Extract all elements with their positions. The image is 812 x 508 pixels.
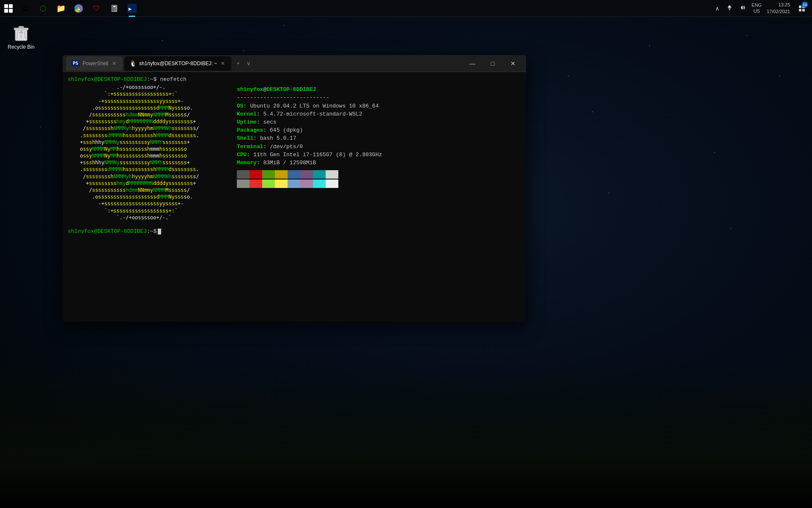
color-swatch-cyan <box>313 170 326 179</box>
color-swatch-bright-cyan <box>313 179 326 188</box>
color-swatch-dark-gray <box>237 170 250 179</box>
svg-text:▶: ▶ <box>129 6 132 12</box>
color-swatch-yellow <box>275 170 288 179</box>
sep-memory: : <box>257 160 263 166</box>
taskbar-app-chrome[interactable] <box>70 0 87 17</box>
network-icon[interactable] <box>724 3 735 13</box>
start-button[interactable] <box>0 0 17 17</box>
color-swatch-magenta <box>300 170 313 179</box>
color-swatch-light-gray <box>326 170 338 179</box>
sep-os: : <box>244 103 250 109</box>
key-shell: Shell <box>237 135 253 141</box>
sep-cpu: : <box>247 152 253 158</box>
info-divider: ---------------------------- <box>237 94 521 102</box>
val-uptime: secs <box>263 119 276 125</box>
terminal-titlebar: PS PowerShell ✕ 🐧 sh1nyfox@DESKTOP-8DDIB… <box>63 55 526 72</box>
taskbar-app-xbox[interactable]: ⬡ <box>35 0 52 17</box>
color-swatch-bright-dark <box>237 179 250 188</box>
sep-terminal: : <box>263 144 270 150</box>
color-swatches-row2 <box>237 179 521 188</box>
minimize-button[interactable]: — <box>463 57 482 70</box>
neofetch-output: .-/+oossssoo+/-. `:+ssssssssssssssssss+:… <box>68 84 521 221</box>
language-code: ENG <box>752 3 762 8</box>
svg-rect-5 <box>799 6 801 8</box>
color-swatch-green <box>262 170 275 179</box>
notification-center[interactable]: 14 <box>795 0 809 17</box>
info-cpu: CPU: 11th Gen Intel i7-1165G7 (8) @ 2.80… <box>237 151 521 159</box>
val-cpu: 11th Gen Intel i7-1165G7 (8) @ 2.803GHz <box>253 152 382 158</box>
info-username: sh1nyfox <box>237 86 263 93</box>
wsl-tab-close[interactable]: ✕ <box>219 60 226 67</box>
neofetch-logo: .-/+oossssoo+/-. `:+ssssssssssssssssss+:… <box>68 84 228 221</box>
val-packages: 645 (dpkg) <box>270 127 303 133</box>
time-display: 13:25 <box>778 2 790 8</box>
volume-icon[interactable] <box>738 3 748 13</box>
language-indicator[interactable]: ENG US <box>752 3 762 14</box>
neofetch-info: sh1nyfox@DESKTOP-8DDIBEJ ---------------… <box>237 84 521 221</box>
taskbar-app-terminal[interactable]: ▶ <box>123 0 140 17</box>
recycle-bin-label: Recycle Bin <box>8 44 34 50</box>
powershell-tab-label: PowerShell <box>82 61 108 66</box>
color-swatch-bright-yellow <box>275 179 288 188</box>
key-memory: Memory <box>237 160 257 166</box>
windows-logo-icon <box>4 4 13 13</box>
tab-powershell[interactable]: PS PowerShell ✕ <box>66 56 123 71</box>
chevron-icon[interactable]: ∧ <box>713 4 721 13</box>
info-shell: Shell: bash 5.0.17 <box>237 135 521 142</box>
cursor <box>158 229 161 235</box>
clock[interactable]: 13:25 17/02/2021 <box>765 2 792 15</box>
ascii-art: .-/+oossssoo+/-. `:+ssssssssssssssssss+:… <box>68 84 228 221</box>
close-button[interactable]: ✕ <box>503 57 523 70</box>
sep-uptime: : <box>257 119 263 125</box>
titlebar-controls: — □ ✕ <box>463 57 523 70</box>
new-tab-button[interactable]: + <box>235 58 241 68</box>
info-memory: Memory: 83MiB / 12598MiB <box>237 159 521 167</box>
chrome-icon <box>74 4 83 13</box>
taskbar-app-onenote[interactable]: 📓 <box>106 0 123 17</box>
color-swatch-bright-white <box>326 179 338 188</box>
maximize-button[interactable]: □ <box>483 57 502 70</box>
val-memory: 83MiB / 12598MiB <box>263 160 316 166</box>
svg-rect-8 <box>802 9 805 11</box>
info-terminal: Terminal: /dev/pts/0 <box>237 143 521 151</box>
second-prompt-line: sh1nyfox@DESKTOP-8DDIBEJ:~$ <box>68 228 521 235</box>
terminal-body[interactable]: sh1nyfox@DESKTOP-8DDIBEJ:~$ neofetch .-/… <box>63 72 526 322</box>
color-swatch-bright-red <box>250 179 262 188</box>
tab-dropdown-button[interactable]: ∨ <box>245 58 252 68</box>
powershell-tab-close[interactable]: ✕ <box>111 60 118 67</box>
sep-kernel: : <box>257 111 263 117</box>
info-hostname: DESKTOP-8DDIBEJ <box>266 86 316 93</box>
key-cpu: CPU <box>237 152 247 158</box>
recycle-bin-icon[interactable]: Recycle Bin <box>4 20 38 52</box>
info-userhost: sh1nyfox@DESKTOP-8DDIBEJ <box>237 86 521 94</box>
key-terminal: Terminal <box>237 144 263 150</box>
val-terminal: /dev/pts/0 <box>270 144 303 150</box>
taskbar: 🗂 ⬡ 📁 🛡 📓 <box>0 0 812 17</box>
wsl-tab-icon: 🐧 <box>129 60 137 67</box>
second-prompt-sym: :~$ <box>147 228 156 235</box>
color-swatches <box>237 170 521 179</box>
info-os: OS: Ubuntu 20.04.2 LTS on Windows 10 x86… <box>237 102 521 110</box>
sep-packages: : <box>263 127 270 133</box>
svg-rect-7 <box>799 9 801 11</box>
val-os: Ubuntu 20.04.2 LTS on Windows 10 x86_64 <box>250 103 379 109</box>
taskbar-app-files[interactable]: 📁 <box>52 0 69 17</box>
key-kernel: Kernel <box>237 111 257 117</box>
prompt-sym: :~$ <box>147 76 156 83</box>
divider-line: ---------------------------- <box>237 94 329 101</box>
powershell-tab-icon: PS <box>71 60 80 66</box>
taskbar-app-fileexplorer[interactable]: 🗂 <box>17 0 34 17</box>
command-text: neofetch <box>160 76 186 83</box>
files-icon: 📁 <box>56 4 66 13</box>
prompt-user: sh1nyfox@DESKTOP-8DDIBEJ <box>68 76 147 83</box>
tab-wsl[interactable]: 🐧 sh1nyfox@DESKTOP-8DDIBEJ: ~ ✕ <box>124 56 231 71</box>
initial-command-line: sh1nyfox@DESKTOP-8DDIBEJ:~$ neofetch <box>68 76 521 83</box>
mcafee-icon: 🛡 <box>92 4 101 13</box>
taskbar-app-mcafee[interactable]: 🛡 <box>88 0 105 17</box>
taskbar-right: ∧ ENG US 13:25 17 <box>713 0 812 17</box>
val-kernel: 5.4.72-microsoft-standard-WSL2 <box>263 111 362 117</box>
svg-point-4 <box>729 9 730 10</box>
svg-rect-14 <box>19 26 24 28</box>
xbox-icon: ⬡ <box>38 4 48 13</box>
onenote-icon: 📓 <box>110 4 119 13</box>
